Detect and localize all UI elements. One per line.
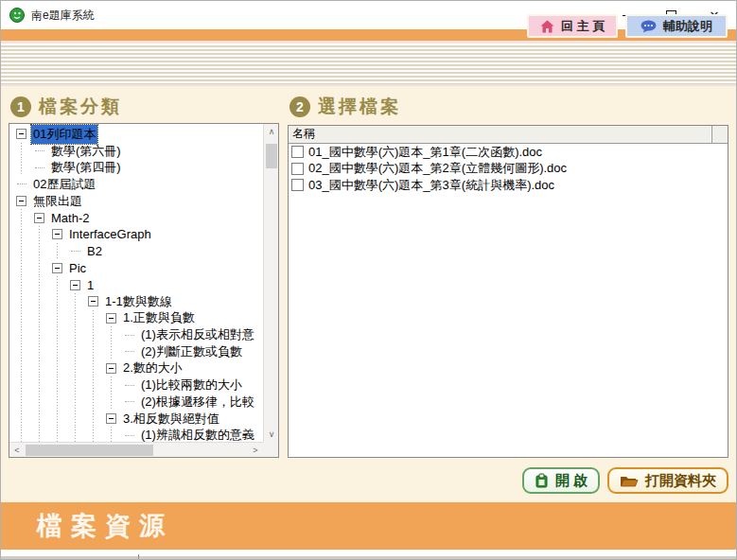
collapse-icon[interactable] xyxy=(49,226,67,243)
bottom-edge xyxy=(1,556,736,560)
tree-vertical-scrollbar[interactable]: ∧ ∨ xyxy=(263,124,278,442)
scroll-up-icon[interactable]: ∧ xyxy=(264,124,279,139)
tree-item[interactable]: 數學(第六冊) xyxy=(9,143,263,160)
tree-item[interactable]: (1)表示相反或相對意 xyxy=(9,326,263,343)
tree-item-label: (1)辨識相反數的意義 xyxy=(139,426,256,442)
file-row[interactable]: 02_國中數學(六)題本_第2章(立體幾何圖形).doc xyxy=(289,161,728,178)
collapse-icon[interactable] xyxy=(103,360,121,377)
tree-guide-line xyxy=(13,226,31,243)
collapse-icon[interactable] xyxy=(103,310,121,327)
tree-guide-line xyxy=(67,343,85,360)
tree-guide-line xyxy=(85,394,103,411)
tree-item[interactable]: 1-1數與數線 xyxy=(9,293,263,310)
tree-connector xyxy=(121,376,139,394)
tree-item[interactable]: 1.正數與負數 xyxy=(9,310,263,327)
tree-guide-line xyxy=(13,209,31,226)
open-button[interactable]: 開 啟 xyxy=(522,467,600,494)
tree-item-label: InterfaceGraph xyxy=(67,226,153,242)
tree-item[interactable]: (2)判斷正數或負數 xyxy=(9,343,263,360)
tree-guide-line xyxy=(49,360,67,377)
scroll-right-icon[interactable]: > xyxy=(248,443,263,458)
file-row[interactable]: 01_國中數學(六)題本_第1章(二次函數).doc xyxy=(289,144,728,161)
collapse-icon[interactable] xyxy=(49,260,67,277)
tree-item[interactable]: 數學(第四冊) xyxy=(9,159,263,176)
open-folder-icon xyxy=(620,474,639,488)
column-header-extra xyxy=(712,126,728,143)
file-checkbox[interactable] xyxy=(291,146,304,158)
tree-guide-line xyxy=(31,376,49,394)
file-row[interactable]: 03_國中數學(六)題本_第3章(統計與機率).doc xyxy=(289,177,728,194)
app-logo-icon xyxy=(9,8,25,23)
tree-item[interactable]: (2)根據遞移律，比較 xyxy=(9,394,263,411)
tree-guide-line xyxy=(13,143,31,160)
home-button[interactable]: 回 主 頁 xyxy=(527,14,618,38)
file-name: 02_國中數學(六)題本_第2章(立體幾何圖形).doc xyxy=(308,160,567,177)
home-button-label: 回 主 頁 xyxy=(561,18,605,35)
tree-item[interactable]: 01列印題本 xyxy=(9,126,263,143)
tree-guide-line xyxy=(49,411,67,428)
bottom-strip xyxy=(1,550,736,560)
tree-guide-line xyxy=(13,360,31,377)
tree-guide-line xyxy=(103,394,121,411)
collapse-icon[interactable] xyxy=(85,293,103,310)
tree-item[interactable]: 1 xyxy=(9,276,263,293)
tree-item[interactable]: 2.數的大小 xyxy=(9,360,263,377)
app-window: 南e題庫系統 ✕ 1 檔案分類 01列印題本數學(第六冊)數學(第四冊)02歷屆… xyxy=(0,0,737,560)
column-header-name[interactable]: 名稱 xyxy=(289,126,712,143)
collapse-icon[interactable] xyxy=(67,276,85,293)
tree-guide-line xyxy=(49,427,67,442)
collapse-icon[interactable] xyxy=(13,193,31,210)
tree-guide-line xyxy=(49,376,67,394)
tree-guide-line xyxy=(103,427,121,442)
tree-guide-line xyxy=(49,394,67,411)
tree-guide-line xyxy=(49,310,67,327)
tree-guide-line xyxy=(13,260,31,277)
tree-guide-line xyxy=(13,427,31,442)
tree-guide-line xyxy=(85,360,103,377)
tree-vscroll-thumb[interactable] xyxy=(266,144,277,168)
tree-guide-line xyxy=(13,394,31,411)
step-2-badge: 2 xyxy=(290,96,310,117)
collapse-icon[interactable] xyxy=(13,126,31,143)
tree-guide-line xyxy=(31,293,49,310)
tree-item[interactable]: 3.相反數與絕對值 xyxy=(9,411,263,428)
tree-hscroll-thumb[interactable] xyxy=(26,445,153,456)
tree-guide-line xyxy=(31,360,49,377)
open-folder-button[interactable]: 打開資料夾 xyxy=(607,467,728,494)
tree-connector xyxy=(121,326,139,343)
scrollbar-corner xyxy=(263,442,278,457)
collapse-icon[interactable] xyxy=(103,411,121,428)
file-checkbox[interactable] xyxy=(291,163,304,175)
file-list-panel: 名稱 01_國中數學(六)題本_第1章(二次函數).doc02_國中數學(六)題… xyxy=(288,125,728,458)
left-section-header: 1 檔案分類 xyxy=(10,95,122,119)
file-checkbox[interactable] xyxy=(291,179,304,191)
scroll-left-icon[interactable]: < xyxy=(9,443,25,458)
collapse-icon[interactable] xyxy=(31,209,49,226)
tree-item[interactable]: 02歷屆試題 xyxy=(9,176,263,193)
tree-connector xyxy=(31,159,49,176)
tree-guide-line xyxy=(67,310,85,327)
tree-item-label: Math-2 xyxy=(49,210,91,226)
tree-item[interactable]: (1)辨識相反數的意義 xyxy=(9,427,263,442)
tree-guide-line xyxy=(31,326,49,343)
tree-guide-line xyxy=(31,427,49,442)
file-list: 01_國中數學(六)題本_第1章(二次函數).doc02_國中數學(六)題本_第… xyxy=(289,144,728,457)
tree-guide-line xyxy=(67,293,85,310)
tree-item[interactable]: Pic xyxy=(9,260,263,277)
tree-item[interactable]: InterfaceGraph xyxy=(9,226,263,243)
tree-guide-line xyxy=(13,326,31,343)
tree-item[interactable]: 無限出題 xyxy=(9,193,263,210)
tree-guide-line xyxy=(67,427,85,442)
tree-item[interactable]: (1)比較兩數的大小 xyxy=(9,376,263,394)
tree-guide-line xyxy=(31,343,49,360)
scroll-down-icon[interactable]: ∨ xyxy=(264,427,279,442)
tree-item[interactable]: Math-2 xyxy=(9,209,263,226)
help-button[interactable]: 輔助說明 xyxy=(625,14,728,38)
tree-guide-line xyxy=(13,310,31,327)
tree-item[interactable]: B2 xyxy=(9,243,263,260)
speech-bubble-icon xyxy=(640,20,657,33)
tree-guide-line xyxy=(49,276,67,293)
home-icon xyxy=(540,20,554,33)
tree-guide-line xyxy=(13,376,31,394)
tree-horizontal-scrollbar[interactable]: < > xyxy=(9,442,263,457)
